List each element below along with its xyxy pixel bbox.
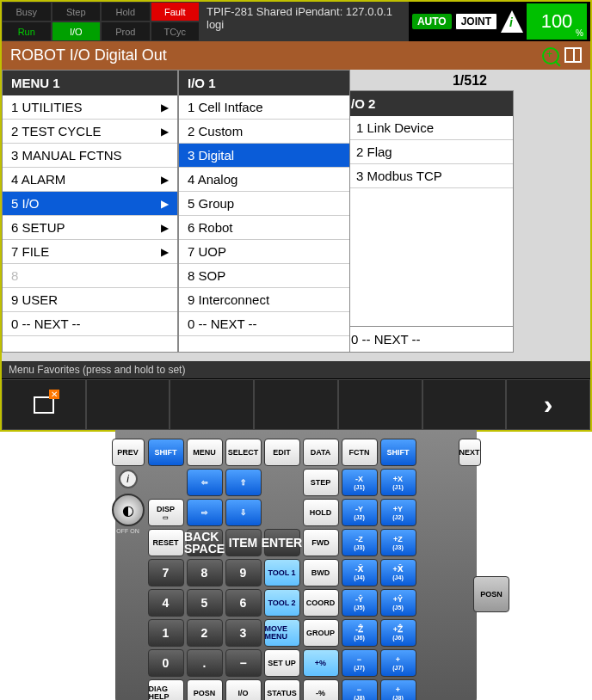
key-jog-ryminus[interactable]: -Ŷ(J5) [342,589,378,617]
key-pctminus[interactable]: -% [303,679,339,700]
key-shift-0[interactable]: SHIFT [148,439,184,466]
key-num5[interactable]: 5 [187,589,223,617]
key-hold[interactable]: HOLD [303,499,339,526]
key-jog-xminus[interactable]: -X(J1) [342,469,378,496]
key-jog-j8plus[interactable]: +(J8) [380,679,416,700]
key-jog-yminus[interactable]: -Y(J2) [342,499,378,526]
key-num1[interactable]: 1 [148,619,184,647]
key-prev[interactable]: PREV [112,439,145,466]
key-jog-j7minus[interactable]: −(J7) [342,649,378,677]
menu-item-sop[interactable]: 8 SOP [179,264,349,288]
key-num4[interactable]: 4 [148,589,184,617]
key-coord[interactable]: COORD [303,589,339,617]
key-group[interactable]: GROUP [303,619,339,647]
key-jog-zplus[interactable]: +Z(J3) [380,529,416,556]
key-fwd[interactable]: FWD [303,529,339,556]
key-num0[interactable]: 0 [148,649,184,677]
key-jog-rxplus[interactable]: +X̂(J4) [380,559,416,586]
favorite-slot-4[interactable] [254,379,338,430]
menu-item-custom[interactable]: 2 Custom [179,120,349,144]
info-icon[interactable]: i [119,470,138,488]
key-jog-xplus[interactable]: +X(J1) [380,469,416,496]
key-num6[interactable]: 6 [225,589,262,617]
menu-item-cell-intface[interactable]: 1 Cell Intface [179,95,349,120]
key-num9[interactable]: 9 [225,559,262,586]
menu-item-digital[interactable]: 3 Digital [179,144,349,168]
key-jog-rzminus[interactable]: -Ẑ(J6) [342,619,378,647]
key-reset[interactable]: RESET [148,529,184,556]
key-setup[interactable]: SET UP [264,649,300,677]
menu-io-2-next[interactable]: 0 -- NEXT -- [342,326,513,352]
favorite-slot-6[interactable] [422,379,507,430]
key-tool1[interactable]: TOOL 1 [264,559,300,586]
key-num8[interactable]: 8 [187,559,223,586]
menu-item-test-cycle[interactable]: 2 TEST CYCLE▶ [3,120,177,144]
menu-item-file[interactable]: 7 FILE▶ [3,240,177,264]
key-jog-j8minus[interactable]: −(J8) [342,679,378,700]
key-io[interactable]: I/O [225,679,262,700]
favorite-slot-3[interactable] [170,379,254,430]
key-arrow-up[interactable]: ⇧ [225,469,262,496]
key-movemenu[interactable]: MOVE MENU [264,619,300,647]
key-menu-1[interactable]: MENU [187,439,223,466]
favorite-slot-1[interactable] [2,379,86,430]
menu-item--next-[interactable]: 0 -- NEXT -- [179,312,349,336]
menu-item-link-device[interactable]: 1 Link Device [342,116,513,140]
override-pct[interactable]: 100% [527,3,587,40]
onoff-switch[interactable]: ◐ [112,494,145,526]
key-select-2[interactable]: SELECT [225,439,262,466]
key-jog-rxminus[interactable]: -X̂(J4) [342,559,378,586]
key-jog-rzplus[interactable]: +Ẑ(J6) [380,619,416,647]
zoom-icon[interactable] [542,47,559,64]
key-status[interactable]: STATUS [264,679,300,700]
key-jog-zminus[interactable]: -Z(J3) [342,529,378,556]
menu-item-analog[interactable]: 4 Analog [179,168,349,192]
key-enter[interactable]: ENTER [264,529,300,556]
key-num7[interactable]: 7 [148,559,184,586]
key-backspace[interactable]: BACK SPACE [187,529,223,556]
key-next[interactable]: NEXT [459,439,481,466]
menu-item-manual-fctns[interactable]: 3 MANUAL FCTNS [3,144,177,168]
key-num2[interactable]: 2 [187,619,223,647]
key-pctplus[interactable]: +% [303,649,339,677]
key-numdot[interactable]: . [187,649,223,677]
key-diaghelp[interactable]: DIAG HELP [148,679,184,700]
menu-item-interconnect[interactable]: 9 Interconnect [179,288,349,312]
key-jog-yplus[interactable]: +Y(J2) [380,499,416,526]
menu-item-alarm[interactable]: 4 ALARM▶ [3,168,177,192]
menu-item-robot[interactable]: 6 Robot [179,216,349,240]
key-num3[interactable]: 3 [225,619,262,647]
key-fctn-5[interactable]: FCTN [342,439,378,466]
key-arrow-down[interactable]: ⇩ [225,499,262,526]
menu-item-setup[interactable]: 6 SETUP▶ [3,216,177,240]
menu-item-8[interactable]: 8 [3,264,177,288]
key-tool2[interactable]: TOOL 2 [264,589,300,617]
key-posn-side[interactable]: POSN [473,576,509,612]
favorite-slot-2[interactable] [86,379,170,430]
menu-item-utilities[interactable]: 1 UTILITIES▶ [3,95,177,120]
menu-item-user[interactable]: 9 USER [3,288,177,312]
favorite-slot-5[interactable] [338,379,422,430]
menu-item--next-[interactable]: 0 -- NEXT -- [3,312,177,336]
split-view-icon[interactable] [564,47,582,63]
menu-item-modbus-tcp[interactable]: 3 Modbus TCP [342,164,513,188]
menu-item-flag[interactable]: 2 Flag [342,140,513,164]
key-arrow-left[interactable]: ⇦ [187,469,223,496]
menu-item-group[interactable]: 5 Group [179,192,349,216]
key-jog-ryplus[interactable]: +Ŷ(J5) [380,589,416,617]
key-bwd[interactable]: BWD [303,559,339,586]
key-arrow-right[interactable]: ⇨ [187,499,223,526]
key-edit-3[interactable]: EDIT [264,439,300,466]
key-data-4[interactable]: DATA [303,439,339,466]
key-shift-6[interactable]: SHIFT [380,439,416,466]
key-posn[interactable]: POSN [187,679,223,700]
menu-item-i-o[interactable]: 5 I/O▶ [3,192,177,216]
menu-item-uop[interactable]: 7 UOP [179,240,349,264]
warning-icon[interactable] [501,10,523,33]
key-numminus[interactable]: − [225,649,262,677]
key-item[interactable]: ITEM [225,529,262,556]
close-icon[interactable] [34,396,54,414]
favorites-next[interactable]: › [506,379,590,430]
key-step[interactable]: STEP [303,469,339,496]
key-disp[interactable]: DISP▭ [148,499,184,526]
